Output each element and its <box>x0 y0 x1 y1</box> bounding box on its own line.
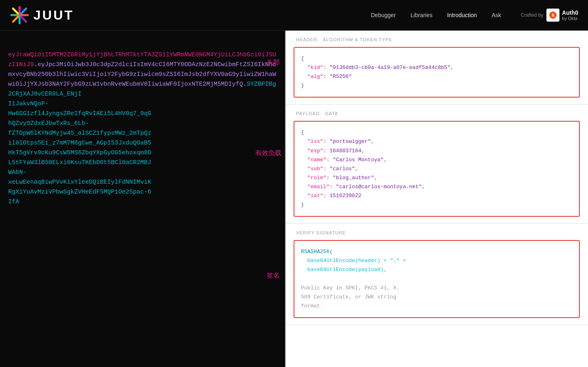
jwt-signature-part: SYZBPIBg2CRjXAJ8vCER0LA_ENjI I1JakvNQoP-… <box>8 81 276 205</box>
svg-line-4 <box>13 9 18 13</box>
verify-line2: base64UrlEncode(payload), <box>307 267 387 273</box>
verify-line1: base64UrlEncode(header) + "." + <box>307 258 406 264</box>
jwt-dot-1: . <box>34 61 38 68</box>
left-panel: eyJraWQiOiI5MTM2ZGRiMy1jYjBhLTRhMTktYTA3… <box>0 31 285 367</box>
main-container: eyJraWQiOiI5MTM2ZGRiMy1jYjBhLTRhMTktYTA3… <box>0 31 588 367</box>
svg-line-7 <box>13 17 18 22</box>
auth0-sub: by Okta <box>562 16 578 21</box>
nav-libraries[interactable]: Libraries <box>411 12 433 18</box>
header-section-title: HEADER: ALGORITHM & TOKEN TYPE <box>294 37 580 42</box>
payload-section: PAYLOAD: DATA { "iss": "portswigger", "e… <box>285 105 588 224</box>
jwt-payload-part: eyJpc3MiOiJwb3J0c3dpZ2dlciIsImV4cCI6MTY0… <box>8 61 276 88</box>
nav-ask[interactable]: Ask <box>492 12 501 18</box>
logo-icon <box>10 5 29 25</box>
logo-text: JUUT <box>33 8 74 23</box>
payload-json-box[interactable]: { "iss": "portswigger", "exp": 164803716… <box>294 121 580 217</box>
auth0-badge-icon: A <box>546 9 559 22</box>
nav-introduction[interactable]: Introduction <box>447 12 477 18</box>
side-label-signature: 签名 <box>267 271 280 280</box>
header-section: HEADER: ALGORITHM & TOKEN TYPE { "kid": … <box>285 31 588 105</box>
logo-area: JUUT <box>10 5 74 25</box>
jwt-token[interactable]: eyJraWQiOiI5MTM2ZGRiMy1jYjBhLTRhMTktYTA3… <box>8 40 276 217</box>
header-json-box[interactable]: { "kid": "9136ddb3-cb0a-4a19-a07e-eadf5a… <box>294 47 580 98</box>
right-panel: HEADER: ALGORITHM & TOKEN TYPE { "kid": … <box>285 31 588 367</box>
jwt-dot-2: . <box>243 81 247 88</box>
verify-section: VERIFY SIGNATURE RSASHA256( base64UrlEnc… <box>285 224 588 325</box>
verify-comment: Public Key in SPKI, PKCS #1, X.509 Certi… <box>301 285 400 309</box>
side-label-header: 头部 <box>267 58 280 67</box>
auth0-icon: A <box>548 11 557 20</box>
crafted-label: Crafted by <box>521 12 543 18</box>
svg-line-5 <box>21 17 26 22</box>
verify-func: RSASHA256( <box>301 249 333 255</box>
crafted-by-area: Crafted by A Auth0 by Okta <box>521 9 578 22</box>
verify-box[interactable]: RSASHA256( base64UrlEncode(header) + "."… <box>294 240 580 318</box>
auth0-text-area: Auth0 by Okta <box>562 9 578 21</box>
verify-section-title: VERIFY SIGNATURE <box>294 230 580 235</box>
svg-text:A: A <box>552 13 555 18</box>
payload-section-title: PAYLOAD: DATA <box>294 111 580 116</box>
navbar: JUUT Debugger Libraries Introduction Ask… <box>0 0 588 31</box>
nav-links: Debugger Libraries Introduction Ask <box>371 12 501 18</box>
nav-debugger[interactable]: Debugger <box>371 12 396 18</box>
side-label-payload: 有效负载 <box>255 149 281 158</box>
auth0-logo: A Auth0 by Okta <box>546 9 578 22</box>
svg-line-6 <box>21 9 26 13</box>
auth0-brand: Auth0 <box>562 9 578 16</box>
